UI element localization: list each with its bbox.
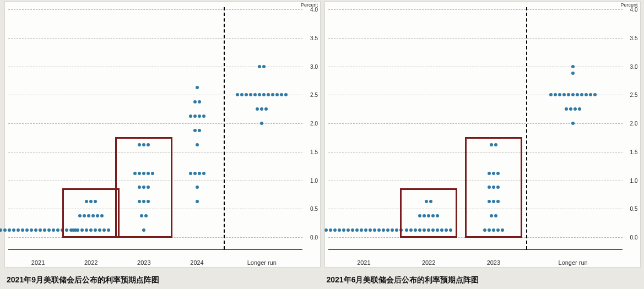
dot [585,93,588,96]
x-tick-label: 2022 [84,259,98,266]
dot [347,228,350,232]
dot [267,93,270,96]
dot [395,228,398,232]
dot [245,93,248,96]
dot [593,93,597,96]
y-tick-label: 2.5 [310,92,318,98]
dot [280,93,283,96]
dot [8,228,11,232]
caption-right: 2021年6月美联储会后公布的利率预期点阵图 [324,275,640,285]
highlight-box [400,188,457,238]
y-tick-label: 4.0 [310,7,318,13]
dot [17,228,20,232]
dot [3,228,7,232]
x-tick-label: 2021 [357,259,370,266]
y-tick-label: 1.0 [630,177,638,183]
y-tick-label: 1.5 [310,149,318,155]
x-tick-label: Longer run [247,259,277,266]
y-tick-label: 3.0 [630,63,638,69]
dot [249,93,252,96]
dot [43,228,46,232]
dot [391,228,394,232]
dot [284,93,288,96]
dot [12,228,15,232]
x-axis-rule [8,249,302,250]
dot [258,93,261,96]
dot-plot-right: Percent0.00.51.01.52.02.53.03.54.0202120… [324,1,641,268]
highlight-box [115,137,172,238]
dot [554,93,557,96]
x-tick-label: Longer run [559,259,588,266]
dot [324,228,328,232]
y-tick-label: 3.5 [630,35,638,41]
dot [342,228,345,232]
dot [34,228,37,232]
dot [21,228,24,232]
y-tick-label: 2.0 [630,121,638,127]
dot [258,65,261,68]
dot [240,93,243,96]
y-tick-label: 1.0 [310,177,318,183]
dot [193,100,197,103]
dot [0,228,2,232]
y-tick-label: 2.5 [630,92,638,98]
dot [262,93,266,96]
x-tick-label: 2022 [422,259,435,266]
dot [196,86,199,89]
dot [198,129,201,132]
x-axis-rule [328,249,623,250]
dot [571,122,575,125]
dot [329,228,332,232]
y-tick-label: 3.0 [310,63,318,69]
dot [573,107,577,111]
x-tick-label: 2021 [31,259,45,266]
x-tick-label: 2024 [190,259,203,266]
dot [47,228,51,232]
dot [338,228,341,232]
dot [571,65,575,68]
dot [193,172,197,175]
caption-left: 2021年9月美联储会后公布的利率预期点阵图 [4,275,320,285]
dot [562,93,566,96]
x-tick-label: 2023 [487,259,500,266]
dot [196,200,199,203]
dot [386,228,389,232]
dot [202,172,205,175]
dot [52,228,55,232]
dot [364,228,367,232]
dot [260,107,263,111]
y-tick-label: 2.0 [310,121,318,127]
dot [369,228,372,232]
dot [558,93,561,96]
dot [253,93,257,96]
highlight-box [465,137,522,238]
dot [571,72,575,75]
dot [576,93,579,96]
dot [549,93,553,96]
longer-run-separator [526,7,527,249]
dot [355,228,359,232]
y-tick-label: 4.0 [630,7,638,13]
dot [193,114,197,118]
y-tick-label: 3.5 [310,35,318,41]
y-tick-label: 0.0 [310,235,318,241]
dot [198,172,201,175]
dot [196,143,199,146]
dot [571,93,575,96]
dot [569,107,572,111]
dot [264,107,268,111]
dot [565,107,568,111]
dot [382,228,385,232]
highlight-box [62,188,120,238]
dot [567,93,570,96]
longer-run-separator [224,7,225,249]
y-tick-label: 0.5 [630,206,638,212]
dot [236,93,239,96]
y-tick-label: 1.5 [630,149,638,155]
dot [189,172,192,175]
dot [198,114,201,118]
dot [262,65,266,68]
dot [189,114,192,118]
y-tick-label: 0.5 [310,206,318,212]
dot [25,228,29,232]
